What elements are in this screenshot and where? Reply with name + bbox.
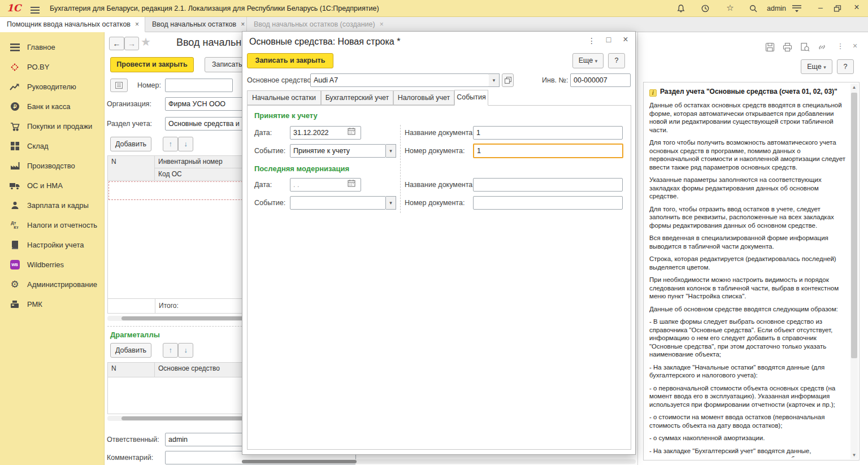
main-menu-icon[interactable] (31, 5, 40, 15)
history-icon[interactable] (701, 4, 710, 13)
help-paragraph: Указанные параметры заполняются на соотв… (649, 176, 847, 201)
calendar-icon[interactable] (348, 179, 355, 189)
info-icon: i (649, 89, 657, 97)
pm-move-up-button[interactable]: ↑ (163, 343, 178, 358)
add-row-button[interactable]: Добавить (110, 137, 151, 151)
preview-icon[interactable] (800, 42, 810, 54)
sidebar-item-purchases[interactable]: Покупки и продажи (0, 116, 104, 136)
help-panel: ⋮ × Еще ▾ ? iРаздел учета "Основные сред… (637, 32, 868, 465)
restore-button[interactable] (834, 5, 841, 12)
asset-dropdown-button[interactable]: ▾ (489, 73, 500, 87)
print-icon[interactable] (783, 42, 792, 54)
number-label: Номер: (137, 81, 161, 89)
asset-open-button[interactable] (502, 73, 514, 87)
modernization-doc-name-input[interactable] (473, 178, 623, 192)
precious-metals-heading: Драгметаллы (110, 331, 160, 339)
help-kebab-icon[interactable]: ⋮ (836, 42, 844, 50)
post-and-close-button[interactable]: Провести и закрыть (110, 57, 194, 72)
move-down-button[interactable]: ↓ (178, 137, 193, 151)
calendar-icon[interactable] (348, 127, 355, 137)
acceptance-doc-num-input[interactable] (473, 144, 623, 158)
sidebar-item-accounting-settings[interactable]: Настройки учета (0, 235, 104, 255)
save-icon[interactable] (765, 42, 775, 54)
sidebar-item-po-by[interactable]: РО.BY (0, 57, 104, 77)
sidebar-item-fixed-assets[interactable]: ОС и НМА (0, 176, 104, 195)
total-label: Итого: (159, 302, 179, 310)
acceptance-event-dropdown-button[interactable]: ▾ (386, 144, 396, 158)
scroll-down-icon[interactable]: ▼ (850, 453, 858, 458)
form-hscroll[interactable] (242, 459, 636, 464)
modernization-heading: Последняя модернизация (254, 164, 349, 173)
fixed-asset-row-dialog: Основные средства: Новая строка * ⋮ □ × … (242, 31, 636, 455)
tab-close-icon[interactable]: × (380, 20, 384, 28)
acceptance-event-select[interactable] (290, 144, 386, 158)
pm-move-down-button[interactable]: ↓ (178, 343, 193, 358)
show-postings-button[interactable] (110, 79, 128, 92)
more-button[interactable]: Еще ▾ (572, 53, 604, 68)
dialog-help-button[interactable]: ? (608, 53, 625, 68)
dialog-title: Основные средства: Новая строка * (249, 37, 400, 47)
tab-tax[interactable]: Налоговый учет (393, 90, 454, 105)
close-button[interactable]: × (852, 3, 862, 12)
tab-events[interactable]: События (454, 90, 488, 106)
help-paragraph: - о первоначальной стоимости объекта осн… (649, 384, 847, 409)
user-name[interactable]: admin (767, 5, 786, 12)
move-up-button[interactable]: ↑ (163, 137, 178, 151)
minimize-button[interactable]: – (815, 3, 826, 12)
dialog-close-icon[interactable]: × (620, 34, 631, 45)
help-more-button[interactable]: Еще ▾ (801, 59, 832, 74)
sidebar-item-manager[interactable]: Руководителю (0, 77, 104, 97)
dialog-kebab-icon[interactable]: ⋮ (586, 36, 597, 45)
help-title: Раздел учета "Основные средства (счета 0… (660, 88, 837, 95)
dialog-maximize-icon[interactable]: □ (603, 35, 614, 44)
sidebar-item-warehouse[interactable]: Склад (0, 136, 104, 156)
favorite-star-icon[interactable]: ★ (141, 35, 151, 49)
pm-add-row-button[interactable]: Добавить (110, 343, 151, 358)
save-and-close-button[interactable]: Записать и закрыть (247, 53, 333, 68)
organization-label: Организация: (107, 100, 151, 108)
link-icon[interactable] (817, 42, 827, 54)
sidebar: Главное РО.BY Руководителю ₽ Банк и касс… (0, 32, 105, 465)
tab-opening-balances[interactable]: Ввод начальных остатков× (145, 17, 247, 32)
help-help-button[interactable]: ? (837, 59, 854, 74)
acceptance-heading: Принятие к учету (254, 111, 318, 120)
help-scrollbar[interactable]: ▲ ▼ (850, 84, 858, 459)
tab-close-icon[interactable]: × (241, 20, 245, 28)
sidebar-item-wildberries[interactable]: WB Wildberries (0, 255, 104, 275)
tab-accounting[interactable]: Бухгалтерский учет (321, 90, 393, 105)
nav-back-button[interactable]: ← (109, 37, 124, 50)
favorites-star-icon[interactable]: ☆ (726, 3, 735, 12)
scroll-up-icon[interactable]: ▲ (850, 85, 858, 90)
user-menu-icon[interactable] (791, 5, 802, 13)
tab-opening-balances-new[interactable]: Ввод начальных остатков (создание)× (247, 17, 395, 32)
sidebar-item-taxes[interactable]: ДтКт Налоги и отчетность (0, 215, 104, 235)
tab-opening[interactable]: Начальные остатки (247, 90, 321, 105)
factory-icon (9, 160, 20, 172)
modernization-event-select[interactable] (290, 196, 386, 210)
number-input[interactable] (165, 79, 233, 92)
person-icon (9, 200, 20, 211)
notifications-bell-icon[interactable] (676, 4, 685, 13)
tab-close-icon[interactable]: × (135, 20, 139, 28)
sidebar-item-main[interactable]: Главное (0, 37, 104, 57)
acceptance-doc-name-input[interactable] (473, 126, 623, 140)
sidebar-item-rmk[interactable]: РМК (0, 294, 104, 314)
sidebar-item-bank[interactable]: ₽ Банк и касса (0, 97, 104, 116)
search-icon[interactable] (749, 4, 758, 13)
app-window: 1С Бухгалтерия для Беларуси, редакция 2.… (0, 0, 868, 465)
sidebar-item-salary[interactable]: Зарплата и кадры (0, 195, 104, 215)
tab-assistant[interactable]: Помощник ввода начальных остатков× (0, 17, 145, 32)
modernization-doc-name-label: Название документа: (405, 181, 475, 189)
asset-input[interactable] (310, 73, 489, 87)
acceptance-doc-name-label: Название документа: (405, 129, 475, 137)
modernization-doc-num-input[interactable] (473, 196, 623, 210)
truck-icon (9, 180, 20, 192)
sidebar-item-administration[interactable]: ⚙ Администрирование (0, 275, 104, 294)
inventory-number-input[interactable] (570, 73, 631, 87)
sidebar-item-production[interactable]: Производство (0, 156, 104, 176)
acceptance-event-label: Событие: (254, 147, 285, 155)
help-close-icon[interactable]: × (850, 41, 860, 50)
column-separator (400, 125, 401, 213)
nav-forward-button[interactable]: → (124, 37, 139, 50)
modernization-event-dropdown-button[interactable]: ▾ (386, 196, 396, 210)
